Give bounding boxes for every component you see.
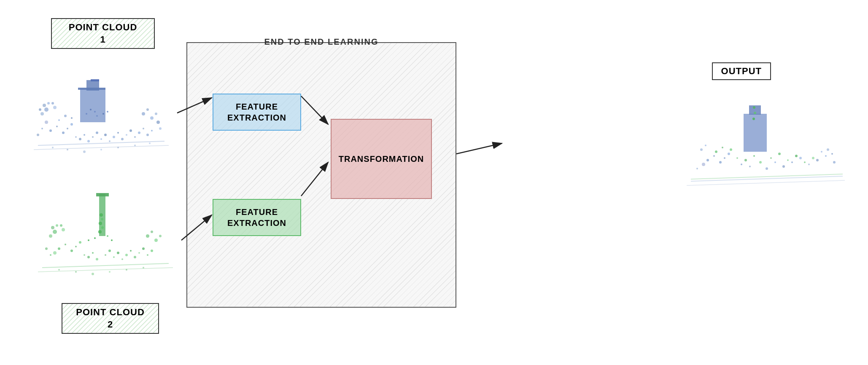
- svg-point-66: [65, 244, 66, 245]
- svg-point-127: [791, 161, 793, 163]
- svg-point-114: [107, 235, 108, 237]
- svg-point-158: [827, 148, 829, 151]
- svg-point-123: [749, 166, 751, 167]
- svg-point-88: [45, 247, 48, 250]
- svg-point-146: [804, 161, 806, 163]
- svg-point-3: [49, 129, 52, 132]
- svg-point-157: [821, 151, 822, 153]
- output-text: OUTPUT: [721, 66, 762, 76]
- svg-point-138: [736, 157, 738, 159]
- svg-point-78: [117, 252, 119, 254]
- svg-point-32: [71, 117, 73, 119]
- feat1-line2: EXTRACTION: [227, 113, 286, 122]
- svg-point-5: [45, 121, 48, 124]
- svg-point-118: [702, 163, 705, 166]
- svg-point-77: [113, 256, 115, 258]
- svg-point-48: [51, 102, 54, 105]
- svg-point-71: [84, 254, 85, 256]
- svg-point-67: [53, 251, 57, 255]
- svg-point-129: [808, 164, 810, 165]
- svg-point-137: [730, 148, 732, 151]
- svg-point-113: [94, 237, 96, 239]
- svg-point-45: [40, 112, 44, 115]
- svg-point-92: [101, 226, 104, 229]
- svg-point-145: [795, 155, 798, 157]
- svg-point-24: [138, 132, 140, 134]
- svg-line-110: [42, 263, 169, 268]
- svg-point-36: [67, 149, 68, 150]
- svg-point-28: [41, 128, 43, 129]
- svg-point-121: [728, 153, 730, 155]
- svg-point-86: [151, 250, 153, 252]
- svg-point-70: [79, 241, 81, 244]
- svg-point-74: [96, 258, 98, 260]
- svg-point-11: [84, 134, 85, 136]
- transformation-box: TRANSFORMATION: [331, 119, 432, 199]
- point-cloud-1-label: POINT CLOUD 1: [51, 18, 155, 49]
- point-cloud-1-visualization: [25, 55, 177, 169]
- svg-point-8: [70, 123, 73, 126]
- svg-line-165: [456, 143, 502, 154]
- svg-line-61: [38, 141, 164, 145]
- svg-point-38: [100, 149, 102, 150]
- svg-point-107: [151, 231, 153, 233]
- svg-point-40: [134, 145, 136, 146]
- svg-point-102: [56, 224, 58, 227]
- svg-point-136: [722, 147, 723, 148]
- svg-point-80: [125, 254, 128, 256]
- svg-point-117: [713, 155, 715, 157]
- svg-point-84: [142, 247, 145, 250]
- svg-point-85: [147, 254, 148, 256]
- svg-point-59: [102, 113, 104, 115]
- svg-point-25: [143, 128, 144, 129]
- diagram-container: POINT CLOUD 1 POINT CLOUD 2 OUTPUT: [0, 0, 868, 365]
- pc1-label-line1: POINT CLOUD: [69, 22, 137, 32]
- svg-point-109: [159, 235, 162, 237]
- svg-point-68: [70, 250, 73, 252]
- output-label: OUTPUT: [712, 62, 771, 80]
- feat2-line2: EXTRACTION: [227, 218, 286, 228]
- svg-point-97: [109, 271, 111, 273]
- pc1-label-line2: 1: [100, 34, 105, 45]
- svg-point-19: [117, 132, 119, 134]
- svg-point-41: [149, 142, 151, 144]
- svg-rect-64: [96, 193, 109, 196]
- svg-rect-133: [744, 114, 767, 152]
- svg-point-43: [43, 104, 46, 107]
- svg-point-54: [159, 127, 162, 130]
- svg-point-27: [151, 130, 153, 132]
- svg-point-126: [782, 165, 785, 168]
- svg-point-135: [715, 150, 717, 153]
- svg-point-51: [150, 116, 154, 120]
- svg-point-101: [51, 226, 54, 229]
- svg-point-130: [816, 159, 819, 161]
- svg-point-100: [53, 230, 57, 234]
- svg-point-156: [705, 145, 706, 146]
- svg-point-147: [812, 157, 814, 159]
- svg-point-35: [52, 147, 54, 148]
- svg-point-20: [121, 138, 124, 140]
- svg-point-75: [105, 254, 106, 256]
- svg-point-115: [111, 239, 113, 241]
- svg-point-30: [58, 119, 60, 121]
- svg-point-91: [99, 222, 102, 225]
- svg-point-56: [94, 111, 96, 113]
- svg-point-31: [64, 115, 67, 117]
- svg-point-50: [146, 108, 149, 111]
- point-cloud-2-visualization: [34, 181, 181, 295]
- svg-point-144: [787, 159, 789, 161]
- svg-rect-33: [78, 88, 105, 90]
- svg-point-94: [58, 269, 60, 271]
- svg-point-119: [719, 161, 722, 164]
- point-cloud-2-label: POINT CLOUD 2: [62, 303, 159, 334]
- svg-point-143: [778, 153, 781, 155]
- svg-point-57: [90, 109, 92, 110]
- svg-point-122: [741, 164, 742, 165]
- svg-point-139: [744, 159, 747, 161]
- svg-point-149: [754, 112, 756, 114]
- svg-point-65: [58, 247, 60, 250]
- feat2-line1: FEATURE: [236, 207, 278, 217]
- svg-point-124: [766, 167, 768, 170]
- svg-point-73: [92, 252, 94, 254]
- svg-point-14: [96, 132, 98, 134]
